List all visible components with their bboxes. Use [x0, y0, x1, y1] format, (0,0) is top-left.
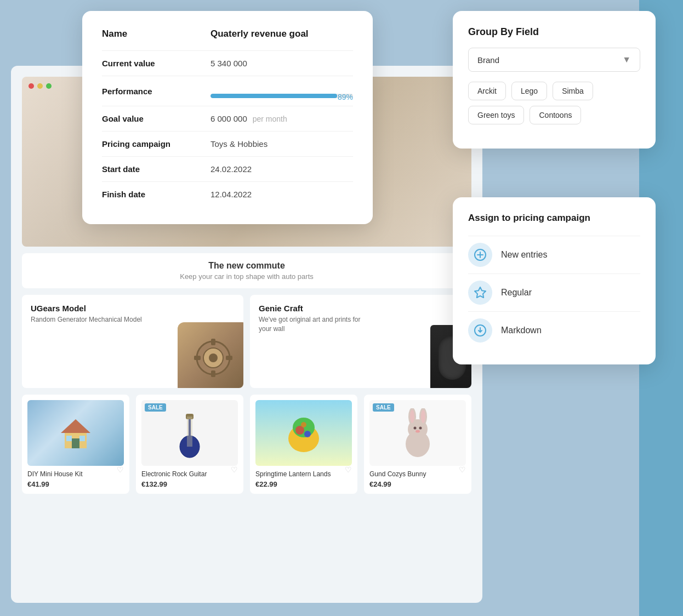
progress-bar-bg — [210, 94, 353, 98]
product-image-lantern — [255, 400, 352, 466]
category-card-genie[interactable]: Genie Craft We've got original art and p… — [250, 295, 471, 388]
category-card-ugears[interactable]: UGears Model Random Generator Mechanical… — [22, 295, 243, 388]
brand-tag-arckit[interactable]: Arckit — [468, 82, 506, 100]
label-current-value: Current value — [102, 51, 210, 76]
value-start-date: 24.02.2022 — [210, 157, 353, 182]
wishlist-icon-bunny[interactable]: ♡ — [459, 465, 466, 474]
assign-option-regular[interactable]: Regular — [468, 273, 640, 311]
svg-rect-4 — [211, 370, 215, 377]
ugears-title: UGears Model — [31, 304, 235, 313]
svg-point-33 — [416, 430, 420, 433]
svg-rect-3 — [211, 339, 215, 345]
download-icon — [474, 324, 487, 337]
goal-amount: 6 000 000 — [210, 114, 247, 123]
sale-badge-guitar: SALE — [145, 403, 166, 412]
label-start-date: Start date — [102, 157, 210, 182]
label-finish-date: Finish date — [102, 182, 210, 207]
value-performance: 89% — [210, 76, 353, 106]
product-card-bunny[interactable]: SALE — [364, 395, 471, 494]
gear-model-image — [178, 322, 243, 388]
product-grid: DIY Mini House Kit €41.99 ♡ SALE — [22, 395, 471, 494]
wishlist-icon-lantern[interactable]: ♡ — [345, 465, 352, 474]
assign-option-markdown[interactable]: Markdown — [468, 311, 640, 349]
detail-card: Name Quaterly revenue goal Current value… — [82, 11, 373, 224]
brand-tag-simba[interactable]: Simba — [553, 82, 593, 100]
performance-cell: 89% — [210, 94, 353, 98]
svg-point-24 — [301, 422, 306, 427]
scene: The new commute Keep your car in top sha… — [0, 0, 683, 616]
product-name-guitar: Electronic Rock Guitar — [141, 470, 238, 478]
genie-title: Genie Craft — [259, 304, 463, 313]
performance-percent: 89% — [338, 93, 353, 101]
diy-house-svg — [56, 414, 95, 452]
progress-bar-fill — [210, 94, 337, 98]
group-by-card: Group By Field Brand ▼ Arckit Lego Simba… — [453, 11, 656, 149]
value-pricing-campaign: Toys & Hobbies — [210, 132, 353, 157]
brand-select-value: Brand — [477, 55, 499, 65]
svg-point-31 — [413, 427, 416, 430]
col-name-header: Name — [102, 28, 210, 51]
markdown-icon-wrapper — [468, 318, 492, 343]
ugears-desc: Random Generator Mechanical Model — [31, 315, 143, 324]
brand-select-dropdown[interactable]: Brand ▼ — [468, 48, 640, 72]
svg-point-30 — [421, 410, 425, 423]
regular-label: Regular — [501, 288, 532, 298]
lantern-svg — [284, 411, 323, 455]
guitar-svg — [176, 406, 203, 460]
row-performance: Performance 89% — [102, 76, 353, 106]
goal-value-container: 6 000 000 per month — [210, 114, 353, 123]
product-card-lantern[interactable]: Springtime Lantern Lands €22.99 ♡ — [250, 395, 357, 494]
assign-card: Assign to pricing campaign New entries R… — [453, 197, 656, 364]
brand-tag-green-toys[interactable]: Green toys — [468, 106, 524, 124]
gear-svg — [189, 333, 238, 383]
assign-title: Assign to pricing campaign — [468, 213, 640, 224]
product-name-diy: DIY Mini House Kit — [27, 470, 124, 478]
row-start-date: Start date 24.02.2022 — [102, 157, 353, 182]
value-finish-date: 12.04.2022 — [210, 182, 353, 207]
bunny-svg — [400, 408, 436, 458]
product-card-diy[interactable]: DIY Mini House Kit €41.99 ♡ — [22, 395, 129, 494]
svg-rect-10 — [66, 436, 72, 441]
chevron-down-icon: ▼ — [622, 55, 631, 65]
plus-circle-icon — [474, 248, 487, 261]
brand-tag-lego[interactable]: Lego — [511, 82, 547, 100]
label-performance: Performance — [102, 76, 210, 106]
group-by-title: Group By Field — [468, 26, 640, 38]
detail-table: Name Quaterly revenue goal Current value… — [102, 28, 353, 207]
new-entries-label: New entries — [501, 250, 547, 260]
col-goal-header: Quaterly revenue goal — [210, 28, 353, 51]
banner-title: The new commute — [33, 261, 460, 271]
product-name-bunny: Gund Cozys Bunny — [369, 470, 466, 478]
category-banner: The new commute Keep your car in top sha… — [22, 253, 471, 288]
product-card-guitar[interactable]: SALE Electronic Rock G — [136, 395, 243, 494]
star-icon — [474, 286, 487, 299]
assign-option-new-entries[interactable]: New entries — [468, 236, 640, 273]
svg-marker-8 — [61, 419, 90, 433]
product-price-bunny: €24.99 — [369, 480, 466, 488]
svg-point-2 — [209, 353, 218, 362]
regular-icon-wrapper — [468, 281, 492, 305]
svg-marker-37 — [475, 287, 486, 298]
wishlist-icon-guitar[interactable]: ♡ — [231, 465, 238, 474]
new-entries-icon-wrapper — [468, 243, 492, 267]
label-pricing-campaign: Pricing campaign — [102, 132, 210, 157]
wishlist-icon-diy[interactable]: ♡ — [117, 465, 124, 474]
banner-subtitle: Keep your car in top shape with auto par… — [33, 272, 460, 281]
label-goal-value: Goal value — [102, 106, 210, 132]
brand-tags-container: Arckit Lego Simba Green toys Contoons — [468, 82, 640, 124]
markdown-label: Markdown — [501, 326, 542, 335]
value-current-value: 5 340 000 — [210, 51, 353, 76]
row-current-value: Current value 5 340 000 — [102, 51, 353, 76]
category-cards: UGears Model Random Generator Mechanical… — [22, 295, 471, 388]
value-goal-value: 6 000 000 per month — [210, 106, 353, 132]
svg-rect-9 — [72, 438, 79, 448]
svg-rect-5 — [194, 356, 201, 360]
genie-desc: We've got original art and prints for yo… — [259, 315, 371, 334]
product-name-lantern: Springtime Lantern Lands — [255, 470, 352, 478]
per-month-label: per month — [253, 115, 287, 123]
brand-tag-contoons[interactable]: Contoons — [530, 106, 581, 124]
product-price-guitar: €132.99 — [141, 480, 238, 488]
row-goal-value: Goal value 6 000 000 per month — [102, 106, 353, 132]
product-price-diy: €41.99 — [27, 480, 124, 488]
row-finish-date: Finish date 12.04.2022 — [102, 182, 353, 207]
